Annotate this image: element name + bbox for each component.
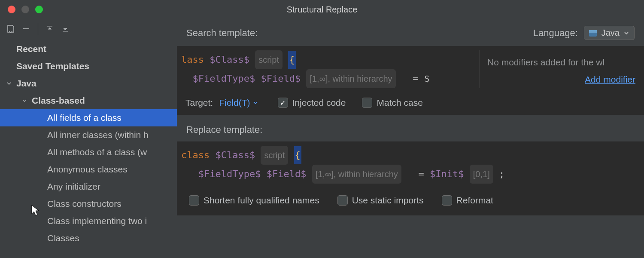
tree-item[interactable]: Recent	[0, 40, 177, 58]
tree-item-label: Any initializer	[47, 181, 100, 192]
java-file-icon	[589, 29, 597, 37]
tree-item-label: All methods of a class (w	[47, 147, 147, 157]
svg-rect-2	[589, 30, 597, 33]
tree-item-label: Java	[16, 78, 36, 89]
target-dropdown[interactable]: Field(T)	[219, 98, 258, 108]
checkbox-icon	[189, 195, 199, 206]
language-label: Language:	[533, 28, 578, 39]
count-hint: [0,1]	[470, 165, 493, 184]
reformat-checkbox[interactable]: Reformat	[442, 191, 493, 209]
use-static-imports-checkbox[interactable]: Use static imports	[337, 191, 424, 209]
tree-item[interactable]: Java	[0, 75, 177, 92]
chevron-down-icon	[253, 100, 258, 105]
tree-item-label: Class-based	[32, 95, 85, 106]
tree-item-label: Recent	[16, 44, 46, 54]
tree-item[interactable]: Classes	[0, 230, 177, 247]
tree-item[interactable]: All fields of a class	[0, 109, 177, 126]
templates-tree[interactable]: RecentSaved TemplatesJavaClass-basedAll …	[0, 39, 177, 258]
tree-item[interactable]: Saved Templates	[0, 58, 177, 75]
match-case-checkbox[interactable]: Match case	[362, 98, 422, 108]
checkbox-icon	[362, 98, 372, 108]
modifiers-empty-text: No modifiers added for the wl	[487, 54, 638, 71]
chevron-down-icon	[21, 98, 28, 103]
checkbox-icon	[337, 195, 348, 206]
search-options: Target: Field(T) ✓ Injected code Match c…	[177, 92, 644, 115]
window-title: Structural Replace	[0, 5, 644, 15]
language-block: Language: Java	[533, 26, 635, 40]
modifiers-panel: No modifiers added for the wl Add modifi…	[479, 50, 638, 88]
count-hint: [1,∞], within hierarchy	[312, 165, 401, 184]
tree-item[interactable]: Class-based	[0, 92, 177, 109]
checkbox-icon: ✓	[278, 98, 288, 108]
save-template-button[interactable]	[4, 22, 17, 35]
tree-item-label: Saved Templates	[16, 61, 89, 71]
tree-item[interactable]: All inner classes (within h	[0, 126, 177, 144]
tree-item-label: Anonymous classes	[47, 164, 128, 175]
replace-template-header: Replace template:	[177, 115, 644, 141]
search-template-label: Search template:	[186, 28, 258, 39]
tree-item[interactable]: Any initializer	[0, 178, 177, 195]
templates-sidebar: RecentSaved TemplatesJavaClass-basedAll …	[0, 19, 177, 258]
search-template-header: Search template: Language: Java	[177, 19, 644, 46]
title-bar: Structural Replace	[0, 0, 644, 19]
tree-item[interactable]: Anonymous classes	[0, 161, 177, 178]
tree-item-label: All inner classes (within h	[47, 130, 149, 140]
language-dropdown[interactable]: Java	[584, 26, 635, 40]
target-label: Target:	[185, 98, 213, 108]
search-template-editor[interactable]: lass $Class$ script { $FieldType$ $Field…	[177, 46, 644, 92]
tree-item[interactable]: Class implementing two i	[0, 212, 177, 230]
tree-item-label: Classes	[47, 233, 79, 243]
expand-all-button[interactable]	[43, 22, 56, 35]
script-hint: script	[255, 50, 283, 69]
tree-item-label: All fields of a class	[47, 113, 122, 123]
language-value: Java	[601, 28, 620, 38]
tree-item-label: Class implementing two i	[47, 216, 147, 226]
script-hint: script	[261, 146, 288, 165]
replace-options: Shorten fully qualified names Use static…	[181, 184, 638, 211]
checkbox-icon	[442, 195, 452, 206]
injected-code-checkbox[interactable]: ✓ Injected code	[278, 98, 346, 108]
tree-item[interactable]: Class constructors	[0, 195, 177, 212]
replace-template-editor[interactable]: class $Class$ script { $FieldType$ $Fiel…	[177, 141, 644, 215]
add-modifier-link[interactable]: Add modifier	[585, 74, 635, 84]
count-hint: [1,∞], within hierarchy	[306, 69, 395, 88]
svg-rect-0	[23, 28, 29, 29]
content-pane: Search template: Language: Java lass $Cl…	[177, 19, 644, 258]
collapse-all-button[interactable]	[59, 22, 72, 35]
chevron-down-icon	[5, 81, 13, 86]
shorten-names-checkbox[interactable]: Shorten fully qualified names	[189, 191, 319, 209]
tree-item[interactable]: All methods of a class (w	[0, 144, 177, 161]
replace-template-label: Replace template:	[186, 124, 262, 135]
chevron-down-icon	[624, 31, 629, 36]
sidebar-toolbar	[0, 19, 177, 39]
remove-button[interactable]	[20, 22, 33, 35]
tree-item-label: Class constructors	[47, 199, 122, 209]
toolbar-separator	[38, 23, 38, 35]
